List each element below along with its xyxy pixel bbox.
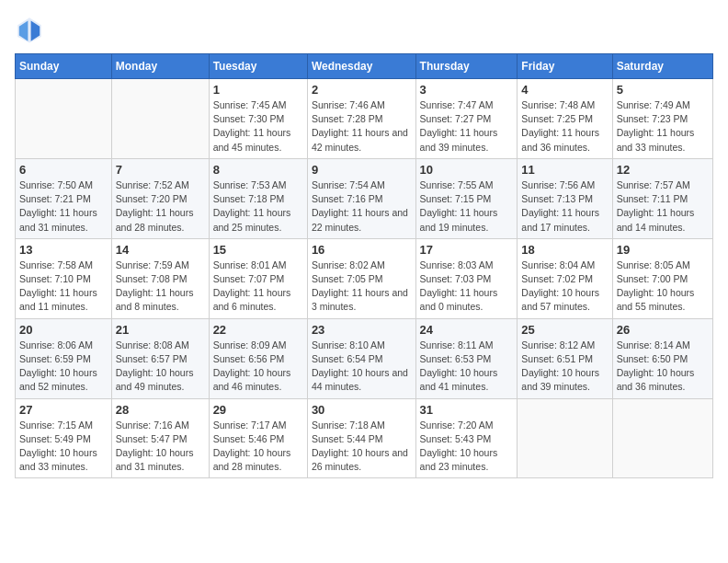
- day-info: Sunrise: 7:53 AMSunset: 7:18 PMDaylight:…: [213, 178, 303, 235]
- day-info: Sunrise: 7:59 AMSunset: 7:08 PMDaylight:…: [116, 259, 205, 315]
- day-number: 22: [213, 323, 303, 337]
- day-number: 16: [312, 243, 412, 257]
- day-number: 21: [116, 323, 205, 337]
- day-info: Sunrise: 8:11 AMSunset: 6:53 PMDaylight:…: [420, 339, 514, 395]
- calendar-cell: 13Sunrise: 7:58 AMSunset: 7:10 PMDayligh…: [16, 238, 112, 318]
- day-info: Sunrise: 7:57 AMSunset: 7:11 PMDaylight:…: [617, 178, 709, 235]
- calendar-cell: 30Sunrise: 7:18 AMSunset: 5:44 PMDayligh…: [307, 398, 415, 478]
- day-number: 30: [312, 403, 412, 417]
- calendar-cell: 28Sunrise: 7:16 AMSunset: 5:47 PMDayligh…: [111, 398, 209, 478]
- day-number: 6: [19, 163, 108, 177]
- week-row-2: 6Sunrise: 7:50 AMSunset: 7:21 PMDaylight…: [16, 158, 713, 238]
- day-info: Sunrise: 7:15 AMSunset: 5:49 PMDaylight:…: [19, 419, 108, 475]
- day-number: 15: [213, 243, 303, 257]
- calendar-cell: 1Sunrise: 7:45 AMSunset: 7:30 PMDaylight…: [209, 79, 307, 159]
- calendar-cell: [111, 79, 209, 159]
- day-number: 27: [19, 403, 108, 417]
- day-number: 20: [19, 323, 108, 337]
- day-number: 24: [420, 323, 514, 337]
- weekday-header-tuesday: Tuesday: [209, 54, 307, 79]
- calendar-cell: [518, 398, 612, 478]
- day-number: 28: [116, 403, 205, 417]
- calendar-cell: 31Sunrise: 7:20 AMSunset: 5:43 PMDayligh…: [415, 398, 518, 478]
- week-row-3: 13Sunrise: 7:58 AMSunset: 7:10 PMDayligh…: [16, 238, 713, 318]
- day-info: Sunrise: 8:04 AMSunset: 7:02 PMDaylight:…: [521, 259, 608, 315]
- calendar-cell: [16, 79, 112, 159]
- page-header: [15, 15, 713, 44]
- day-number: 17: [420, 243, 514, 257]
- day-number: 29: [213, 403, 303, 417]
- calendar-cell: 24Sunrise: 8:11 AMSunset: 6:53 PMDayligh…: [415, 318, 518, 398]
- calendar-cell: 6Sunrise: 7:50 AMSunset: 7:21 PMDaylight…: [16, 158, 112, 238]
- calendar-table: SundayMondayTuesdayWednesdayThursdayFrid…: [15, 53, 713, 478]
- day-number: 5: [617, 83, 709, 97]
- day-info: Sunrise: 7:20 AMSunset: 5:43 PMDaylight:…: [420, 419, 514, 475]
- calendar-cell: 14Sunrise: 7:59 AMSunset: 7:08 PMDayligh…: [111, 238, 209, 318]
- day-info: Sunrise: 7:16 AMSunset: 5:47 PMDaylight:…: [116, 419, 205, 475]
- day-number: 11: [521, 163, 608, 177]
- calendar-cell: 19Sunrise: 8:05 AMSunset: 7:00 PMDayligh…: [612, 238, 712, 318]
- calendar-cell: 17Sunrise: 8:03 AMSunset: 7:03 PMDayligh…: [415, 238, 518, 318]
- day-info: Sunrise: 7:17 AMSunset: 5:46 PMDaylight:…: [213, 419, 303, 475]
- weekday-header-thursday: Thursday: [415, 54, 518, 79]
- day-info: Sunrise: 7:55 AMSunset: 7:15 PMDaylight:…: [420, 178, 514, 235]
- day-number: 3: [420, 83, 514, 97]
- calendar-cell: 27Sunrise: 7:15 AMSunset: 5:49 PMDayligh…: [16, 398, 112, 478]
- week-row-4: 20Sunrise: 8:06 AMSunset: 6:59 PMDayligh…: [16, 318, 713, 398]
- day-number: 9: [312, 163, 412, 177]
- day-number: 19: [617, 243, 709, 257]
- calendar-cell: 29Sunrise: 7:17 AMSunset: 5:46 PMDayligh…: [209, 398, 307, 478]
- day-info: Sunrise: 8:14 AMSunset: 6:50 PMDaylight:…: [617, 339, 709, 395]
- weekday-header-row: SundayMondayTuesdayWednesdayThursdayFrid…: [16, 54, 713, 79]
- day-info: Sunrise: 7:46 AMSunset: 7:28 PMDaylight:…: [312, 98, 412, 155]
- day-info: Sunrise: 8:03 AMSunset: 7:03 PMDaylight:…: [420, 259, 514, 315]
- day-number: 8: [213, 163, 303, 177]
- day-info: Sunrise: 8:09 AMSunset: 6:56 PMDaylight:…: [213, 339, 303, 395]
- calendar-cell: 26Sunrise: 8:14 AMSunset: 6:50 PMDayligh…: [612, 318, 712, 398]
- calendar-cell: 2Sunrise: 7:46 AMSunset: 7:28 PMDaylight…: [307, 79, 415, 159]
- calendar-cell: 7Sunrise: 7:52 AMSunset: 7:20 PMDaylight…: [111, 158, 209, 238]
- calendar-cell: 10Sunrise: 7:55 AMSunset: 7:15 PMDayligh…: [415, 158, 518, 238]
- day-info: Sunrise: 7:48 AMSunset: 7:25 PMDaylight:…: [521, 98, 608, 155]
- calendar-cell: 12Sunrise: 7:57 AMSunset: 7:11 PMDayligh…: [612, 158, 712, 238]
- calendar-cell: 20Sunrise: 8:06 AMSunset: 6:59 PMDayligh…: [16, 318, 112, 398]
- day-number: 2: [312, 83, 412, 97]
- day-info: Sunrise: 7:52 AMSunset: 7:20 PMDaylight:…: [116, 178, 205, 235]
- day-info: Sunrise: 7:18 AMSunset: 5:44 PMDaylight:…: [312, 419, 412, 475]
- day-number: 4: [521, 83, 608, 97]
- day-info: Sunrise: 8:12 AMSunset: 6:51 PMDaylight:…: [521, 339, 608, 395]
- day-info: Sunrise: 8:02 AMSunset: 7:05 PMDaylight:…: [312, 259, 412, 315]
- calendar-cell: 8Sunrise: 7:53 AMSunset: 7:18 PMDaylight…: [209, 158, 307, 238]
- calendar-cell: 23Sunrise: 8:10 AMSunset: 6:54 PMDayligh…: [307, 318, 415, 398]
- day-number: 26: [617, 323, 709, 337]
- weekday-header-wednesday: Wednesday: [307, 54, 415, 79]
- calendar-cell: 5Sunrise: 7:49 AMSunset: 7:23 PMDaylight…: [612, 79, 712, 159]
- calendar-cell: 18Sunrise: 8:04 AMSunset: 7:02 PMDayligh…: [518, 238, 612, 318]
- calendar-cell: 22Sunrise: 8:09 AMSunset: 6:56 PMDayligh…: [209, 318, 307, 398]
- calendar-cell: 4Sunrise: 7:48 AMSunset: 7:25 PMDaylight…: [518, 79, 612, 159]
- day-number: 7: [116, 163, 205, 177]
- day-info: Sunrise: 8:08 AMSunset: 6:57 PMDaylight:…: [116, 339, 205, 395]
- calendar-cell: 9Sunrise: 7:54 AMSunset: 7:16 PMDaylight…: [307, 158, 415, 238]
- day-info: Sunrise: 7:45 AMSunset: 7:30 PMDaylight:…: [213, 98, 303, 155]
- logo-icon: [15, 15, 44, 44]
- day-number: 23: [312, 323, 412, 337]
- day-info: Sunrise: 8:05 AMSunset: 7:00 PMDaylight:…: [617, 259, 709, 315]
- calendar-cell: 11Sunrise: 7:56 AMSunset: 7:13 PMDayligh…: [518, 158, 612, 238]
- day-number: 14: [116, 243, 205, 257]
- day-info: Sunrise: 8:06 AMSunset: 6:59 PMDaylight:…: [19, 339, 108, 395]
- day-number: 25: [521, 323, 608, 337]
- weekday-header-friday: Friday: [518, 54, 612, 79]
- day-number: 1: [213, 83, 303, 97]
- day-number: 18: [521, 243, 608, 257]
- day-info: Sunrise: 7:56 AMSunset: 7:13 PMDaylight:…: [521, 178, 608, 235]
- day-info: Sunrise: 7:58 AMSunset: 7:10 PMDaylight:…: [19, 259, 108, 315]
- weekday-header-saturday: Saturday: [612, 54, 712, 79]
- day-info: Sunrise: 7:54 AMSunset: 7:16 PMDaylight:…: [312, 178, 412, 235]
- day-number: 10: [420, 163, 514, 177]
- day-info: Sunrise: 7:49 AMSunset: 7:23 PMDaylight:…: [617, 98, 709, 155]
- day-number: 31: [420, 403, 514, 417]
- day-number: 12: [617, 163, 709, 177]
- weekday-header-monday: Monday: [111, 54, 209, 79]
- calendar-cell: 16Sunrise: 8:02 AMSunset: 7:05 PMDayligh…: [307, 238, 415, 318]
